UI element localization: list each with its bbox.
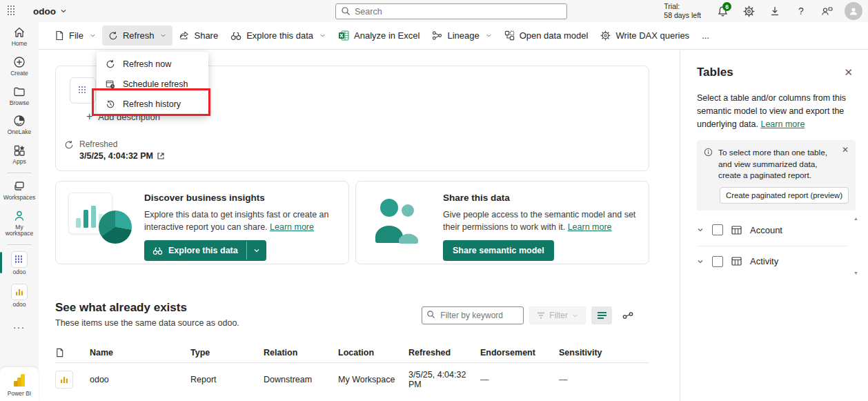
table-row-activity[interactable]: Activity <box>697 246 847 277</box>
column-header-type[interactable]: Type <box>190 348 264 358</box>
report-icon <box>55 371 73 389</box>
sidebar-item-odoo-report[interactable]: odoo <box>0 280 39 313</box>
close-icon[interactable]: ✕ <box>841 66 856 79</box>
rail-divider <box>7 244 32 245</box>
chevron-down-icon <box>572 313 578 319</box>
app-launcher-icon[interactable] <box>0 0 23 22</box>
menu-item-label: Refresh history <box>123 99 181 109</box>
chevron-down-icon[interactable] <box>697 226 704 233</box>
column-header-endorsement[interactable]: Endorsement <box>480 348 559 358</box>
sidebar-item-odoo-semantic-model[interactable]: odoo <box>0 248 39 280</box>
notifications-button[interactable]: 6 <box>711 1 734 21</box>
workspace-switcher[interactable]: odoo <box>33 6 67 17</box>
sidebar-item-power-bi[interactable]: Power BI <box>0 367 39 401</box>
refreshed-value: 3/5/25, 4:04:32 PM <box>79 151 153 161</box>
sidebar-item-label: OneLake <box>8 129 32 136</box>
create-paginated-report-button[interactable]: Create paginated report (preview) <box>720 187 849 204</box>
sidebar-item-onelake[interactable]: OneLake <box>0 110 39 140</box>
column-header-name[interactable]: Name <box>90 348 190 358</box>
sidebar-item-create[interactable]: Create <box>0 52 39 81</box>
table-name: Activity <box>750 256 778 266</box>
panel-title: Tables <box>697 66 733 79</box>
file-menu-button[interactable]: File <box>48 26 102 46</box>
refresh-label: Refresh <box>123 30 155 41</box>
account-checkbox[interactable] <box>712 224 723 235</box>
info-icon <box>704 148 713 182</box>
menu-item-schedule-refresh[interactable]: Schedule refresh <box>97 74 208 94</box>
open-data-model-label: Open data model <box>520 30 589 41</box>
cell-type: Report <box>190 375 264 384</box>
list-view-toggle[interactable] <box>591 306 612 324</box>
sidebar-item-workspaces[interactable]: Workspaces <box>0 176 39 206</box>
analyze-in-excel-button[interactable]: Analyze in Excel <box>332 26 426 46</box>
feedback-button[interactable] <box>816 1 839 21</box>
power-bi-logo-icon <box>12 373 27 388</box>
funnel-icon <box>537 312 545 319</box>
open-data-model-button[interactable]: Open data model <box>498 26 595 46</box>
download-icon <box>769 6 780 17</box>
lineage-view-toggle[interactable] <box>618 306 638 324</box>
write-dax-queries-button[interactable]: Write DAX queries <box>594 26 696 46</box>
global-search <box>335 3 567 19</box>
app-name: odoo <box>33 6 56 17</box>
refresh-icon <box>106 59 115 69</box>
sidebar-more-button[interactable]: ... <box>13 313 26 338</box>
downloads-button[interactable] <box>763 1 787 21</box>
share-button[interactable]: Share <box>172 26 224 46</box>
refresh-menu-button[interactable]: Refresh <box>102 26 173 46</box>
table-grid-icon <box>731 257 742 266</box>
data-model-icon <box>504 30 515 41</box>
toolbar-more-button[interactable]: ... <box>696 26 716 46</box>
sidebar-item-label: odoo <box>13 269 26 276</box>
explore-this-data-button[interactable]: Explore this data <box>144 240 266 261</box>
filter-keyword-input[interactable] <box>422 306 524 324</box>
settings-button[interactable] <box>737 1 760 21</box>
chevron-down-icon <box>486 32 492 39</box>
panel-learn-more-link[interactable]: Learn more <box>760 119 805 129</box>
column-header-relation[interactable]: Relation <box>264 348 338 358</box>
column-header-refreshed[interactable]: Refreshed <box>408 348 480 358</box>
menu-item-refresh-history[interactable]: Refresh history <box>97 94 208 114</box>
people-icon <box>821 6 834 17</box>
open-external-icon[interactable] <box>157 152 165 160</box>
sidebar-item-home[interactable]: Home <box>0 22 39 52</box>
cell-name[interactable]: odoo <box>90 375 190 384</box>
plus-circle-icon <box>12 55 26 69</box>
infobox-close-icon[interactable]: ✕ <box>839 144 851 155</box>
keyword-filter <box>422 306 524 324</box>
menu-item-refresh-now[interactable]: Refresh now <box>97 54 208 74</box>
share-button-label: Share semantic model <box>453 246 544 255</box>
lineage-view-icon <box>622 311 633 320</box>
report-icon <box>11 284 28 300</box>
help-button[interactable]: ? <box>789 1 813 21</box>
share-semantic-model-button[interactable]: Share semantic model <box>443 240 554 261</box>
lineage-icon <box>432 30 442 41</box>
search-input[interactable] <box>335 3 567 19</box>
share-learn-more-link[interactable]: Learn more <box>568 222 612 232</box>
column-header-location[interactable]: Location <box>338 348 408 358</box>
scroll-up-arrow[interactable]: ▲ <box>854 216 858 221</box>
activity-checkbox[interactable] <box>712 256 723 267</box>
sidebar-item-label: Browse <box>10 100 29 107</box>
table-row-account[interactable]: Account <box>697 215 847 246</box>
search-icon <box>341 6 351 16</box>
refresh-dropdown-menu: Refresh now Schedule refresh Refresh his… <box>97 52 208 116</box>
chevron-down-icon[interactable] <box>697 258 704 265</box>
lineage-menu-button[interactable]: Lineage <box>426 26 497 46</box>
sidebar-item-browse[interactable]: Browse <box>0 81 39 111</box>
scroll-down-arrow[interactable]: ▼ <box>854 271 858 275</box>
sidebar-item-label: odoo <box>13 302 26 309</box>
column-header-sensitivity[interactable]: Sensitivity <box>559 348 649 358</box>
cell-endorsement: — <box>480 375 559 384</box>
workspaces-icon <box>12 179 26 193</box>
sidebar-item-apps[interactable]: Apps <box>0 140 39 170</box>
insights-learn-more-link[interactable]: Learn more <box>270 222 314 232</box>
explore-data-menu-button[interactable]: Explore this data <box>224 26 332 46</box>
dax-gear-icon <box>600 30 611 41</box>
sidebar-item-my-workspace[interactable]: My workspace <box>0 206 39 242</box>
table-name: Account <box>750 225 782 235</box>
table-row[interactable]: odoo Report Downstream My Workspace 3/5/… <box>55 363 649 396</box>
selected-indicator <box>0 252 2 273</box>
account-avatar[interactable] <box>845 2 862 20</box>
explore-button-dropdown[interactable] <box>246 242 266 260</box>
